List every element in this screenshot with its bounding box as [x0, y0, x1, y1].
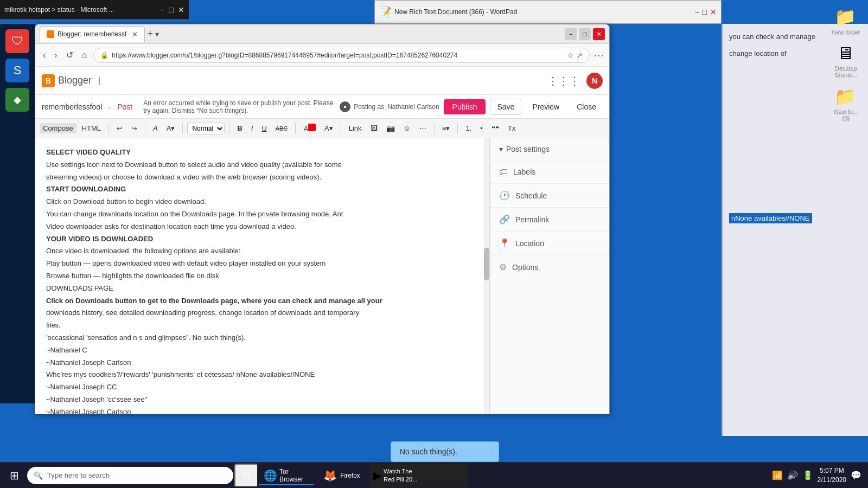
- settings-permalink[interactable]: 🔗 Permalink: [490, 207, 609, 231]
- desktop-icon-desktop-shortcut[interactable]: 🖥 DesktopShortc...: [827, 41, 864, 80]
- user-avatar[interactable]: N: [586, 73, 603, 89]
- wordpad-close-btn[interactable]: ✕: [710, 8, 717, 16]
- volume-icon[interactable]: 🔊: [787, 470, 798, 480]
- task-view-icon: ⧉: [243, 470, 250, 481]
- video-btn[interactable]: 📷: [383, 123, 398, 133]
- settings-schedule[interactable]: 🕐 Schedule: [490, 183, 609, 207]
- font-btn[interactable]: A: [150, 123, 161, 133]
- firefox-icon: 🦊: [323, 469, 337, 482]
- desktop-icon-label-2: New fo...(3): [833, 108, 857, 121]
- post-settings-chevron-icon: ▾: [499, 145, 503, 153]
- settings-options-text: Options: [512, 263, 538, 272]
- strikethrough-btn[interactable]: ABC: [272, 124, 291, 133]
- app-icon-skype[interactable]: S: [5, 59, 29, 82]
- italic-btn[interactable]: I: [248, 123, 257, 133]
- error-message: An error occurred while trying to save o…: [143, 99, 335, 114]
- font-color-btn[interactable]: A: [300, 123, 319, 134]
- underline-btn[interactable]: U: [258, 123, 270, 133]
- undo-btn[interactable]: ↩: [113, 123, 126, 133]
- tab-list-btn[interactable]: ▾: [155, 30, 159, 38]
- url-box[interactable]: 🔒 https://www.blogger.com/u/1/blogger.g?…: [93, 48, 590, 63]
- mikrotik-minimize-btn[interactable]: −: [160, 5, 164, 14]
- network-icon[interactable]: 📶: [772, 470, 783, 480]
- search-placeholder-text: Type here to search: [47, 471, 110, 479]
- settings-location[interactable]: 📍 Location: [490, 231, 609, 255]
- new-tab-btn[interactable]: +: [147, 28, 153, 40]
- mikrotik-maximize-btn[interactable]: □: [169, 5, 174, 14]
- task-view-btn[interactable]: ⧉: [234, 464, 258, 487]
- link-btn[interactable]: Link: [346, 123, 365, 133]
- content-line: Browse button — highlights the downloade…: [46, 271, 478, 282]
- desktop-shortcut-icon: 🖥: [837, 43, 854, 63]
- wordpad-maximize-btn[interactable]: □: [703, 8, 707, 16]
- publish-button[interactable]: Publish: [444, 99, 486, 114]
- clear-formatting-btn[interactable]: Tx: [505, 123, 519, 133]
- content-line: Play button — opens downloaded video wit…: [46, 258, 478, 269]
- post-settings-sidebar: ▾ Post settings 🏷 Labels 🕐 Schedule 🔗 Pe…: [490, 138, 609, 414]
- font-size-btn[interactable]: A▾: [163, 123, 178, 133]
- scrollbar-track[interactable]: [484, 138, 489, 413]
- toolbar-sep-4: [229, 123, 229, 134]
- posting-as-label: Posting as: [354, 103, 384, 111]
- ordered-list-btn[interactable]: 1.: [462, 123, 475, 133]
- post-content-area[interactable]: SELECT VIDEO QUALITYUse settings icon ne…: [35, 138, 490, 414]
- content-line: START DOWNLOADING: [46, 184, 478, 195]
- settings-labels[interactable]: 🏷 Labels: [490, 160, 609, 183]
- video-thumb-icon: ▶: [373, 469, 381, 482]
- video-thumbnail[interactable]: ▶ Watch TheRed Pill 20...: [370, 464, 468, 487]
- taskbar-app-firefox[interactable]: 🦊 Firefox: [315, 465, 369, 486]
- apps-grid-icon[interactable]: ⋮⋮⋮: [547, 74, 580, 87]
- blogger-name: Blogger: [58, 75, 92, 86]
- bookmark-btn[interactable]: ☆: [567, 51, 574, 60]
- toolbar-sep-5: [295, 123, 296, 134]
- content-line: streaming videos) or choose to download …: [46, 172, 478, 183]
- paragraph-select[interactable]: Normal: [187, 123, 225, 134]
- preview-button[interactable]: Preview: [526, 99, 566, 114]
- compose-btn[interactable]: Compose: [40, 123, 76, 133]
- battery-icon[interactable]: 🔋: [802, 470, 813, 480]
- save-button[interactable]: Save: [490, 99, 521, 115]
- tab-close-btn[interactable]: ✕: [132, 30, 138, 38]
- start-button[interactable]: ⊞: [2, 464, 26, 487]
- quote-btn[interactable]: ❝❝: [488, 123, 502, 133]
- post-settings-header[interactable]: ▾ Post settings: [490, 138, 609, 160]
- forward-btn[interactable]: ›: [52, 48, 59, 62]
- desktop-icon-new-folder-3[interactable]: 📁 New fo...(3): [827, 84, 864, 123]
- close-btn[interactable]: ✕: [593, 28, 605, 40]
- more-btn[interactable]: ⋯: [416, 123, 430, 133]
- blogger-search-input[interactable]: [98, 76, 541, 86]
- system-clock[interactable]: 5:07 PM 2/11/2020: [818, 466, 846, 485]
- search-icon: 🔍: [34, 471, 43, 480]
- back-btn[interactable]: ‹: [41, 48, 48, 62]
- unordered-list-btn[interactable]: •: [477, 123, 486, 133]
- content-line: DOWNLOADS PAGE: [46, 283, 478, 294]
- highlight-btn[interactable]: A▾: [321, 123, 336, 133]
- active-tab[interactable]: Blogger: rememberlessf ✕: [40, 26, 145, 42]
- html-btn[interactable]: HTML: [79, 123, 104, 133]
- maximize-btn[interactable]: □: [579, 28, 591, 40]
- app-icon-sublime[interactable]: ◆: [5, 88, 29, 112]
- browser-menu-btn[interactable]: ⋯: [594, 49, 604, 61]
- share-btn[interactable]: ↗: [576, 51, 583, 60]
- align-btn[interactable]: ≡▾: [439, 123, 454, 133]
- settings-options[interactable]: ⚙ Options: [490, 255, 609, 279]
- home-btn[interactable]: ⌂: [80, 48, 90, 62]
- scrollbar-thumb[interactable]: [484, 248, 489, 280]
- post-label: ·: [108, 102, 111, 111]
- redo-btn[interactable]: ↪: [128, 123, 141, 133]
- desktop-icon-new-folder[interactable]: 📁 New folder: [827, 4, 864, 37]
- image-btn[interactable]: 🖼: [367, 123, 381, 133]
- minimize-btn[interactable]: −: [565, 28, 577, 40]
- taskbar-app-tor[interactable]: 🌐 Tor Browser: [259, 465, 314, 486]
- close-editor-button[interactable]: Close: [570, 99, 603, 114]
- posting-as-name: Nathaniel Carlson: [387, 103, 439, 111]
- notification-icon[interactable]: 💬: [851, 470, 861, 480]
- avg-icon: 🛡: [11, 34, 23, 48]
- app-icon-avg[interactable]: 🛡: [5, 29, 29, 53]
- emoji-btn[interactable]: ☺: [400, 123, 414, 133]
- bold-btn[interactable]: B: [234, 123, 245, 133]
- mikrotik-close-btn[interactable]: ✕: [178, 5, 184, 14]
- taskbar-search-box[interactable]: 🔍 Type here to search: [27, 467, 233, 484]
- reload-btn[interactable]: ↺: [64, 48, 75, 62]
- wordpad-minimize-btn[interactable]: −: [694, 8, 699, 16]
